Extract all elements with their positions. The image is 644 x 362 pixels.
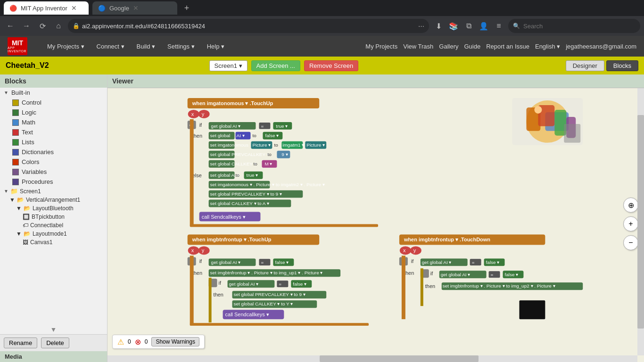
svg-text:call  Sendcallkeys ▾: call Sendcallkeys ▾ (225, 312, 269, 317)
search-bar-container: 🔍 (508, 19, 640, 33)
bookmarks-icon[interactable]: 📚 (447, 19, 460, 33)
zoom-in-button[interactable]: + (623, 216, 638, 231)
menu-icon[interactable]: ≡ (492, 19, 505, 33)
sidebar-item-variables[interactable]: Variables (0, 167, 107, 177)
sidebar-item-colors[interactable]: Colors (0, 157, 107, 167)
svg-text:=: = (279, 281, 281, 287)
nav-help[interactable]: Help ▾ (201, 41, 230, 52)
viewer-canvas[interactable]: when imgatonomous ▾ .TouchUp x y ⚙ if ge… (107, 88, 644, 362)
nav-connect[interactable]: Connect ▾ (91, 41, 130, 52)
nav-settings[interactable]: Settings ▾ (162, 41, 200, 52)
svg-rect-57 (190, 224, 378, 227)
h-scrollbar-thumb[interactable] (320, 355, 479, 362)
sidebar-item-control[interactable]: Control (0, 98, 107, 107)
target-control-button[interactable]: ⊕ (623, 197, 638, 213)
browser-chrome: 🔴 MIT App Inventor ✕ 🔵 Google ✕ + (0, 0, 644, 16)
rename-button[interactable]: Rename (4, 337, 37, 348)
sidebar-item-procedures[interactable]: Procedures (0, 177, 107, 187)
media-section-header: Media (0, 351, 107, 362)
sidebar-toggle-icon[interactable]: ⧉ (462, 19, 475, 33)
svg-text:false ▾: false ▾ (293, 281, 306, 287)
svg-rect-120 (402, 255, 405, 319)
svg-text:false ▾: false ▾ (486, 260, 500, 265)
designer-button[interactable]: Designer (566, 60, 604, 71)
tab-close-mit[interactable]: ✕ (71, 4, 77, 12)
bt-pick-button-item[interactable]: 🔲 BTpickbutton (0, 213, 107, 221)
screen1-header[interactable]: ▼ 📁 Screen1 (0, 187, 107, 196)
svg-text:x: x (191, 247, 194, 253)
svg-text:Picture ▾: Picture ▾ (306, 142, 325, 148)
refresh-button[interactable]: ⟳ (36, 19, 49, 33)
svg-text:=: = (491, 272, 494, 277)
svg-text:set imgatonomous: set imgatonomous (210, 142, 248, 148)
nav-my-projects[interactable]: My Projects ▾ (41, 41, 90, 52)
sidebar-scroll: ▼ Built-in Control Logic Math Text (0, 88, 107, 325)
back-button[interactable]: ← (4, 19, 17, 33)
profile-icon[interactable]: 👤 (477, 19, 490, 33)
tab-close-google[interactable]: ✕ (133, 4, 139, 12)
app-inventor-text: APP INVENTOR (8, 46, 27, 53)
add-screen-button[interactable]: Add Screen ... (251, 60, 300, 71)
svg-rect-91 (209, 278, 212, 322)
header-view-trash-link[interactable]: View Trash (403, 43, 433, 50)
header-guide-link[interactable]: Guide (464, 43, 480, 50)
blocks-button[interactable]: Blocks (606, 60, 638, 71)
screen1-button[interactable]: Screen1 ▾ (209, 60, 248, 71)
header-report-issue-link[interactable]: Report an Issue (486, 43, 529, 50)
remove-screen-button[interactable]: Remove Screen (304, 60, 358, 71)
svg-text:if: if (411, 258, 414, 264)
svg-text:if: if (199, 122, 202, 128)
sidebar-item-text[interactable]: Text (0, 127, 107, 137)
show-warnings-button[interactable]: Show Warnings (151, 337, 199, 346)
header-gallery-link[interactable]: Gallery (439, 43, 458, 50)
connect-label-item[interactable]: 🏷 Connectlabel (0, 221, 107, 230)
sidebar-item-lists[interactable]: Lists (0, 137, 107, 147)
sidebar-item-math[interactable]: Math (0, 117, 107, 127)
url-menu-icon[interactable]: ⋯ (418, 23, 424, 30)
sidebar-item-dictionaries[interactable]: Dictionaries (0, 147, 107, 157)
svg-rect-92 (190, 323, 369, 326)
lists-color-icon (12, 139, 19, 146)
built-in-header[interactable]: ▼ Built-in (0, 88, 107, 98)
screen1-label: Screen1 (20, 188, 41, 195)
svg-text:if: if (430, 271, 433, 276)
svg-text:=: = (261, 123, 264, 129)
svg-text:when  imgbtnfrontup ▾ .TouchUp: when imgbtnfrontup ▾ .TouchUp (192, 237, 272, 242)
svg-text:get global AI ▾: get global AI ▾ (211, 123, 241, 129)
built-in-label: Built-in (11, 89, 30, 96)
vertical-scrollbar[interactable] (637, 88, 644, 355)
lock-icon: 🔒 (73, 23, 80, 29)
logo-background: MIT APP INVENTOR (8, 37, 27, 55)
delete-button[interactable]: Delete (41, 337, 69, 348)
layout-mode1-item[interactable]: ▼ 📂 Layoutmode1 (0, 230, 107, 238)
zoom-out-button[interactable]: − (623, 235, 638, 250)
mit-logo-text: MIT (12, 40, 23, 46)
download-icon[interactable]: ⬇ (432, 19, 445, 33)
app-nav: My Projects ▾ Connect ▾ Build ▾ Settings… (41, 41, 356, 52)
layout-bluetooth-item[interactable]: ▼ 📂 LayoutBluetooth (0, 204, 107, 213)
v-scrollbar-thumb[interactable] (637, 115, 644, 329)
scroll-indicator: ▼ (0, 325, 107, 334)
home-button[interactable]: ⌂ (52, 19, 65, 33)
va1-icon: 📂 (17, 197, 24, 203)
tab-google[interactable]: 🔵 Google ✕ (92, 1, 177, 15)
lb-toggle: ▼ (16, 205, 22, 212)
search-input[interactable] (508, 19, 640, 33)
lm1-toggle: ▼ (16, 230, 22, 237)
header-my-projects-link[interactable]: My Projects (365, 43, 397, 50)
svg-rect-56 (190, 119, 194, 225)
url-input[interactable] (68, 19, 429, 33)
header-english-link[interactable]: English ▾ (535, 43, 560, 50)
math-color-icon (12, 119, 19, 126)
vertical-arrangement1-item[interactable]: ▼ 📂 VerticalArrangement1 (0, 196, 107, 204)
svg-text:else: else (192, 173, 202, 178)
new-tab-button[interactable]: + (181, 2, 192, 14)
sidebar-item-logic[interactable]: Logic (0, 107, 107, 117)
canvas1-item[interactable]: 🖼 Canvas1 (0, 238, 107, 247)
svg-text:set global PREVCALLKEY ▾: set global PREVCALLKEY ▾ (210, 152, 269, 157)
forward-button[interactable]: → (20, 19, 33, 33)
nav-build[interactable]: Build ▾ (131, 41, 161, 52)
horizontal-scrollbar[interactable] (107, 355, 637, 362)
header-user-email[interactable]: jegatheesans@gmail.com (566, 43, 636, 50)
tab-mit-app-inventor[interactable]: 🔴 MIT App Inventor ✕ (4, 1, 89, 15)
